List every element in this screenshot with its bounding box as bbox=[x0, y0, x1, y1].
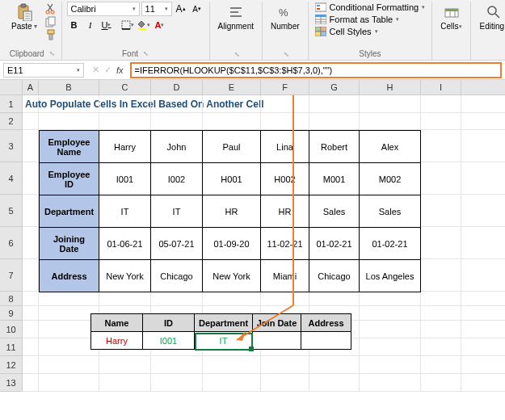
lookup-name-cell[interactable]: Harry bbox=[91, 332, 143, 350]
svg-rect-21 bbox=[317, 8, 320, 10]
paste-button[interactable]: Paste▼ bbox=[8, 2, 42, 32]
table-cell[interactable]: HR bbox=[261, 195, 309, 228]
cells-button[interactable]: Cells▾ bbox=[437, 2, 465, 32]
col-header[interactable]: C bbox=[99, 80, 151, 94]
table-cell[interactable]: Robert bbox=[309, 131, 360, 163]
employee-table[interactable]: Employee Name Harry John Paul Lina Rober… bbox=[39, 130, 421, 292]
table-cell[interactable]: Chicago bbox=[151, 260, 203, 292]
table-cell[interactable]: 05-07-21 bbox=[151, 228, 203, 260]
row-header[interactable]: 6 bbox=[0, 227, 23, 259]
table-cell[interactable]: I001 bbox=[99, 163, 151, 195]
row-header[interactable]: 9 bbox=[0, 306, 23, 321]
dialog-launcher-icon[interactable]: ⤡ bbox=[284, 51, 289, 58]
row-header[interactable]: 3 bbox=[0, 130, 23, 162]
cut-icon[interactable] bbox=[45, 3, 57, 15]
dialog-launcher-icon[interactable]: ⤡ bbox=[234, 51, 240, 58]
table-cell[interactable]: HR bbox=[203, 195, 261, 228]
row-header[interactable]: 8 bbox=[0, 292, 23, 306]
table-cell[interactable]: IT bbox=[99, 195, 151, 228]
group-styles: Conditional Formatting▾ Format as Table▾… bbox=[309, 2, 433, 60]
col-header[interactable]: H bbox=[360, 80, 421, 94]
table-cell[interactable]: H001 bbox=[203, 163, 261, 195]
dialog-launcher-icon[interactable]: ⤡ bbox=[49, 50, 55, 57]
table-cell[interactable]: I002 bbox=[151, 163, 203, 195]
enter-icon[interactable]: ✓ bbox=[104, 65, 112, 75]
lookup-id-cell[interactable]: I001 bbox=[143, 332, 195, 350]
title-cell[interactable]: Auto Populate Cells In Excel Based On An… bbox=[23, 95, 39, 112]
table-cell[interactable]: Alex bbox=[360, 131, 421, 163]
lookup-header: Name bbox=[91, 314, 143, 332]
underline-button[interactable]: U▾ bbox=[99, 18, 114, 32]
table-cell[interactable]: New York bbox=[203, 260, 261, 292]
lookup-joindate-cell[interactable] bbox=[253, 332, 301, 350]
table-cell[interactable]: Sales bbox=[360, 195, 421, 228]
row-header[interactable]: 13 bbox=[0, 374, 23, 392]
svg-rect-9 bbox=[48, 17, 55, 25]
formula-bar[interactable]: =IFERROR(HLOOKUP($C$11,$C$3:$H$7,3,0),""… bbox=[130, 62, 502, 78]
alignment-button[interactable]: Alignment bbox=[215, 2, 257, 32]
table-cell[interactable]: Harry bbox=[99, 131, 151, 163]
lookup-header: Join Date bbox=[253, 314, 301, 332]
table-cell[interactable]: 01-02-21 bbox=[360, 228, 421, 260]
format-painter-icon[interactable] bbox=[45, 29, 57, 40]
table-cell[interactable]: Miami bbox=[261, 260, 309, 292]
fill-color-button[interactable]: ▾ bbox=[137, 18, 151, 32]
col-header[interactable]: D bbox=[151, 80, 203, 94]
paste-label: Paste bbox=[11, 22, 32, 31]
table-cell[interactable]: Los Angeles bbox=[360, 260, 421, 292]
dialog-launcher-icon[interactable]: ⤡ bbox=[143, 50, 149, 57]
name-box[interactable]: E11▾ bbox=[3, 63, 84, 78]
table-cell[interactable]: Paul bbox=[203, 131, 261, 163]
conditional-formatting-button[interactable]: Conditional Formatting▾ bbox=[314, 2, 427, 13]
row-header[interactable]: 11 bbox=[0, 338, 23, 356]
select-all-corner[interactable] bbox=[0, 80, 23, 94]
italic-button[interactable]: I bbox=[83, 18, 98, 32]
format-as-table-button[interactable]: Format as Table▾ bbox=[314, 14, 402, 25]
editing-button[interactable]: Editing▾ bbox=[476, 2, 505, 32]
fx-icon[interactable]: fx bbox=[116, 65, 124, 75]
font-size-select[interactable]: 11▾ bbox=[141, 2, 172, 16]
row-header[interactable]: 5 bbox=[0, 195, 23, 227]
table-cell[interactable]: 01-09-20 bbox=[203, 228, 261, 260]
decrease-font-icon[interactable]: A▾ bbox=[190, 2, 204, 16]
table-cell[interactable]: H002 bbox=[261, 163, 309, 195]
col-header[interactable]: E bbox=[203, 80, 261, 94]
col-header[interactable]: G bbox=[309, 80, 360, 94]
table-cell[interactable]: New York bbox=[99, 260, 151, 292]
table-cell[interactable]: 01-02-21 bbox=[309, 228, 360, 260]
row-header[interactable]: 4 bbox=[0, 162, 23, 195]
increase-font-icon[interactable]: A▴ bbox=[174, 2, 188, 16]
svg-rect-30 bbox=[321, 32, 326, 36]
table-cell[interactable]: Sales bbox=[309, 195, 360, 228]
border-button[interactable]: ▾ bbox=[120, 18, 135, 32]
col-header[interactable]: B bbox=[39, 80, 99, 94]
table-cell[interactable]: 11-02-21 bbox=[261, 228, 309, 260]
table-cell[interactable]: John bbox=[151, 131, 203, 163]
number-button[interactable]: % Number bbox=[267, 2, 303, 32]
cancel-icon[interactable]: ✕ bbox=[92, 65, 99, 75]
lookup-address-cell[interactable] bbox=[301, 332, 351, 350]
bold-button[interactable]: B bbox=[67, 18, 82, 32]
row-header[interactable]: 10 bbox=[0, 321, 23, 338]
table-cell[interactable]: Lina bbox=[261, 131, 309, 163]
lookup-dept-cell[interactable]: IT bbox=[195, 332, 253, 350]
row-header[interactable]: 1 bbox=[0, 95, 23, 113]
lookup-table[interactable]: Name ID Department Join Date Address Har… bbox=[90, 313, 351, 350]
row-header[interactable]: 7 bbox=[0, 259, 23, 292]
table-cell[interactable]: Chicago bbox=[309, 260, 360, 292]
row-header[interactable]: 2 bbox=[0, 113, 23, 130]
table-row-header: Joining Date bbox=[40, 228, 99, 260]
table-cell[interactable]: IT bbox=[151, 195, 203, 228]
col-header[interactable]: I bbox=[421, 80, 461, 94]
row-header[interactable]: 12 bbox=[0, 356, 23, 374]
font-color-button[interactable]: A▾ bbox=[153, 18, 167, 32]
cell-styles-button[interactable]: Cell Styles▾ bbox=[314, 26, 380, 37]
table-cell[interactable]: M001 bbox=[309, 163, 360, 195]
copy-icon[interactable] bbox=[45, 16, 57, 27]
table-cell[interactable]: 01-06-21 bbox=[99, 228, 151, 260]
col-header[interactable]: F bbox=[261, 80, 309, 94]
table-cell[interactable]: M002 bbox=[360, 163, 421, 195]
col-header[interactable]: A bbox=[23, 80, 39, 94]
spreadsheet-grid[interactable]: A B C D E F G H I 1 2 3 4 5 6 7 8 9 10 1… bbox=[0, 80, 505, 392]
font-name-select[interactable]: Calibri▾ bbox=[67, 2, 140, 16]
